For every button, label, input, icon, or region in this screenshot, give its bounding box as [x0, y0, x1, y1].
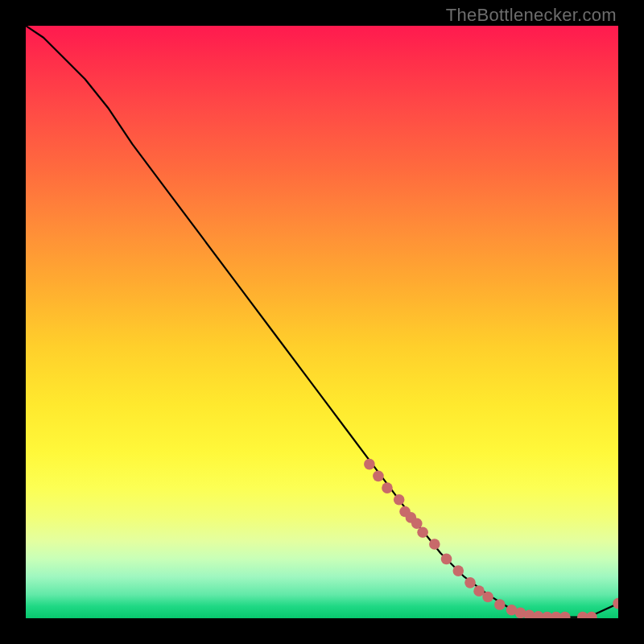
scatter-point — [394, 494, 405, 506]
scatter-point — [364, 459, 375, 470]
scatter-points — [364, 459, 618, 618]
scatter-point — [382, 482, 393, 493]
scatter-point — [482, 592, 493, 603]
scatter-point — [613, 598, 618, 609]
scatter-point — [464, 577, 476, 588]
plot-area — [26, 26, 618, 618]
scatter-point — [441, 554, 452, 565]
chart-frame: TheBottlenecker.com — [0, 0, 644, 644]
scatter-point — [494, 599, 506, 610]
scatter-point — [586, 612, 597, 618]
bottleneck-curve — [26, 26, 618, 617]
scatter-point — [559, 612, 571, 618]
scatter-point — [452, 565, 464, 576]
scatter-point — [417, 526, 428, 538]
scatter-point — [429, 539, 440, 550]
credit-text: TheBottlenecker.com — [446, 5, 617, 26]
chart-svg — [26, 26, 618, 618]
scatter-point — [373, 471, 384, 482]
